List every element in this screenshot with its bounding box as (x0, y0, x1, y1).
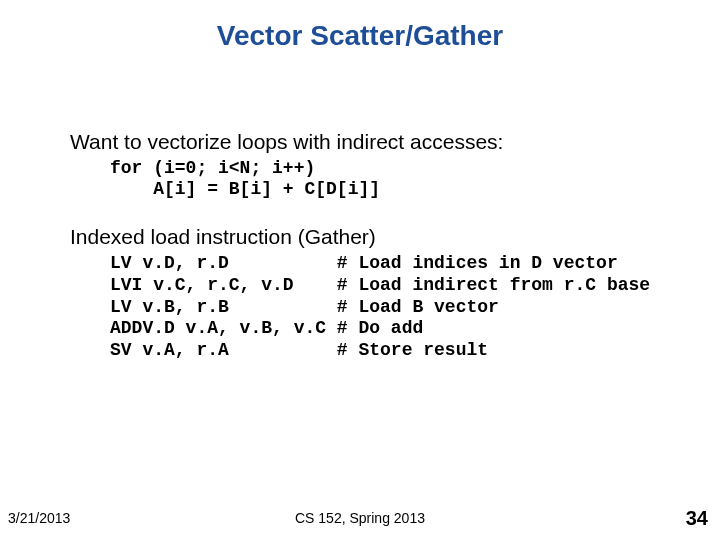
lead-text-2: Indexed load instruction (Gather) (70, 225, 670, 249)
slide: Vector Scatter/Gather Want to vectorize … (0, 0, 720, 540)
footer-course: CS 152, Spring 2013 (0, 510, 720, 526)
code-block-loop: for (i=0; i<N; i++) A[i] = B[i] + C[D[i]… (110, 158, 670, 199)
slide-title: Vector Scatter/Gather (0, 0, 720, 52)
slide-body: Want to vectorize loops with indirect ac… (70, 130, 670, 361)
lead-text-1: Want to vectorize loops with indirect ac… (70, 130, 670, 154)
code-block-asm: LV v.D, r.D # Load indices in D vector L… (110, 253, 670, 361)
footer-page-number: 34 (686, 507, 708, 530)
